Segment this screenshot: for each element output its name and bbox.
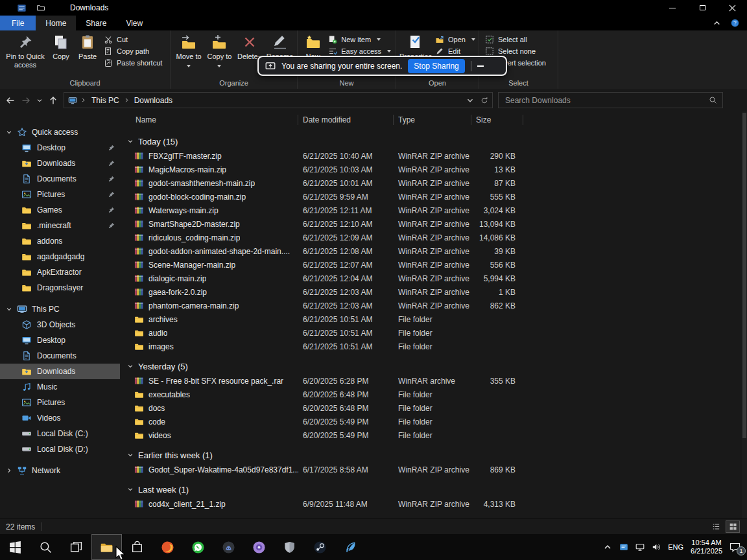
sidebar-item-desktop[interactable]: Desktop <box>0 332 120 348</box>
file-row-waterways-main-zip[interactable]: Waterways-main.zip6/21/2025 12:11 AMWinR… <box>120 204 747 217</box>
forward-button[interactable] <box>21 95 31 106</box>
breadcrumb-this-pc[interactable]: This PC <box>89 96 121 105</box>
sidebar-item-documents[interactable]: Documents <box>0 171 120 187</box>
file-row-cod4x-client-21-1-zip[interactable]: cod4x_client_21_1.zip6/9/2025 11:48 AMWi… <box>120 497 747 511</box>
sidebar-item-pictures[interactable]: Pictures <box>0 187 120 202</box>
scrollbar-thumb[interactable] <box>742 113 746 438</box>
sidebar-item-3d-objects[interactable]: 3D Objects <box>0 317 120 332</box>
sidebar-item-music[interactable]: Music <box>0 379 120 395</box>
file-row-fbx2gltf-master-zip[interactable]: FBX2glTF-master.zip6/21/2025 10:40 AMWin… <box>120 149 747 163</box>
column-header-name[interactable]: Name <box>120 115 298 125</box>
taskbar-firefox-button[interactable] <box>152 534 183 560</box>
clock[interactable]: 10:54 AM 6/21/2025 <box>691 539 722 555</box>
sidebar-section-quick-access[interactable]: Quick access <box>0 124 120 140</box>
file-row-magicmacros-main-zip[interactable]: MagicMacros-main.zip6/21/2025 10:03 AMWi… <box>120 163 747 176</box>
file-row-phantom-camera-main-zip[interactable]: phantom-camera-main.zip6/21/2025 12:03 A… <box>120 299 747 312</box>
group-header-last-week-1[interactable]: Last week (1) <box>120 482 747 497</box>
search-input[interactable] <box>504 95 709 106</box>
tab-home[interactable]: Home <box>36 16 76 30</box>
sidebar-item-agadgadgadg[interactable]: agadgadgadg <box>0 249 120 264</box>
file-row-archives[interactable]: archives6/21/2025 10:51 AMFile folder <box>120 312 747 326</box>
taskbar-windows-security-button[interactable] <box>274 534 305 560</box>
sidebar-item-downloads[interactable]: Downloads <box>0 156 120 171</box>
taskbar-discord-button[interactable] <box>213 534 244 560</box>
sidebar-section-this-pc[interactable]: This PC <box>0 301 120 317</box>
file-row-code[interactable]: code6/20/2025 5:49 PMFile folder <box>120 415 747 428</box>
sidebar-item-downloads[interactable]: Downloads <box>0 364 120 379</box>
vertical-scrollbar[interactable] <box>742 111 747 519</box>
new-item-button[interactable]: New item <box>326 34 394 45</box>
sidebar-item-videos[interactable]: Videos <box>0 410 120 426</box>
column-header-date-modified[interactable]: Date modified <box>298 115 394 125</box>
help-button[interactable] <box>731 19 739 27</box>
sidebar-item-pictures[interactable]: Pictures <box>0 395 120 410</box>
refresh-button[interactable] <box>480 97 488 104</box>
tab-view[interactable]: View <box>116 16 152 30</box>
file-row-godot-block-coding-main-zip[interactable]: godot-block-coding-main.zip6/21/2025 9:5… <box>120 190 747 204</box>
file-row-godot-super-wakatime-4a05d97e837df1[interactable]: Godot_Super-Wakatime-4a05d97e837df1...6/… <box>120 463 747 476</box>
network-icon[interactable] <box>635 542 645 552</box>
banner-minimize-button[interactable] <box>477 65 484 67</box>
sidebar-item-local-disk-d[interactable]: Local Disk (D:) <box>0 441 120 457</box>
taskbar-steam-button[interactable] <box>305 534 335 560</box>
open-button[interactable]: Open <box>433 34 478 45</box>
file-row-smartshape2d-master-zip[interactable]: SmartShape2D-master.zip6/21/2025 12:10 A… <box>120 217 747 231</box>
pin-to-quick-access-button[interactable]: Pin to Quick access <box>3 32 47 71</box>
file-row-scene-manager-main-zip[interactable]: Scene-Manager-main.zip6/21/2025 12:07 AM… <box>120 258 747 272</box>
file-row-executables[interactable]: executables6/20/2025 6:48 PMFile folder <box>120 388 747 401</box>
file-row-audio[interactable]: audio6/21/2025 10:51 AMFile folder <box>120 326 747 340</box>
select-all-button[interactable]: Select all <box>482 34 549 45</box>
back-button[interactable] <box>5 95 16 106</box>
close-button[interactable] <box>717 0 747 16</box>
taskbar-lightshot-button[interactable] <box>335 534 366 560</box>
copy-path-button[interactable]: Copy path <box>101 45 165 57</box>
group-header-yesterday-5[interactable]: Yesterday (5) <box>120 358 747 374</box>
column-header-size[interactable]: Size <box>471 115 523 125</box>
sidebar-item-dragonslayer[interactable]: Dragonslayer <box>0 280 120 296</box>
large-icons-view-button[interactable] <box>726 520 740 533</box>
breadcrumb-downloads[interactable]: Downloads <box>132 96 174 105</box>
group-header-today-15[interactable]: Today (15) <box>120 134 747 149</box>
details-view-button[interactable] <box>709 520 723 533</box>
address-bar[interactable]: This PCDownloads <box>64 92 493 108</box>
up-button[interactable] <box>48 95 58 106</box>
sidebar-item-minecraft[interactable]: .minecraft <box>0 218 120 233</box>
volume-icon[interactable] <box>652 542 661 552</box>
file-row-docs[interactable]: docs6/20/2025 6:48 PMFile folder <box>120 401 747 415</box>
tab-share[interactable]: Share <box>76 16 116 30</box>
file-row-dialogic-main-zip[interactable]: dialogic-main.zip6/21/2025 12:04 AMWinRA… <box>120 272 747 285</box>
maximize-button[interactable] <box>687 0 717 16</box>
copy-button[interactable]: Copy <box>48 32 74 62</box>
address-dropdown-button[interactable] <box>466 97 474 104</box>
taskbar-whatsapp-button[interactable] <box>183 534 213 560</box>
file-row-ridiculous-coding-main-zip[interactable]: ridiculous_coding-main.zip6/21/2025 12:0… <box>120 231 747 244</box>
sidebar-item-documents[interactable]: Documents <box>0 348 120 364</box>
taskbar-github-desktop-button[interactable] <box>244 534 274 560</box>
paste-button[interactable]: Paste <box>75 32 101 62</box>
taskbar-search-button[interactable] <box>30 534 61 560</box>
search-box[interactable] <box>498 92 723 108</box>
column-header-type[interactable]: Type <box>394 115 471 125</box>
collapse-ribbon-button[interactable] <box>713 19 721 27</box>
language-indicator[interactable]: ENG <box>668 543 683 551</box>
taskbar-task-view-button[interactable] <box>61 534 91 560</box>
recent-locations-button[interactable] <box>36 97 43 104</box>
taskbar-microsoft-store-button[interactable] <box>122 534 152 560</box>
file-row-godot-smashthemesh-main-zip[interactable]: godot-smashthemesh-main.zip6/21/2025 10:… <box>120 176 747 190</box>
sidebar-item-addons[interactable]: addons <box>0 233 120 249</box>
sidebar-section-network[interactable]: Network <box>0 463 120 478</box>
paste-shortcut-button[interactable]: Paste shortcut <box>101 57 165 69</box>
file-row-se-free-8-bit-sfx-resource-pack-rar[interactable]: SE - Free 8-bit SFX resource pack_.rar6/… <box>120 374 747 388</box>
tray-app-icon[interactable] <box>619 542 628 552</box>
sidebar-item-apkextractor[interactable]: ApkExtractor <box>0 264 120 280</box>
file-row-images[interactable]: images6/21/2025 10:51 AMFile folder <box>120 340 747 353</box>
move-to-button[interactable]: Move to <box>174 32 204 71</box>
stop-sharing-button[interactable]: Stop Sharing <box>408 59 464 73</box>
cut-button[interactable]: Cut <box>101 34 165 45</box>
tab-file[interactable]: File <box>0 16 36 30</box>
file-row-gaea-fork-2-0-zip[interactable]: gaea-fork-2.0.zip6/21/2025 12:03 AMWinRA… <box>120 285 747 299</box>
file-row-videos[interactable]: videos6/20/2025 5:49 PMFile folder <box>120 428 747 442</box>
action-center-button[interactable]: 1 <box>729 542 741 552</box>
sidebar-item-games[interactable]: Games <box>0 202 120 218</box>
copy-to-button[interactable]: Copy to <box>204 32 234 71</box>
